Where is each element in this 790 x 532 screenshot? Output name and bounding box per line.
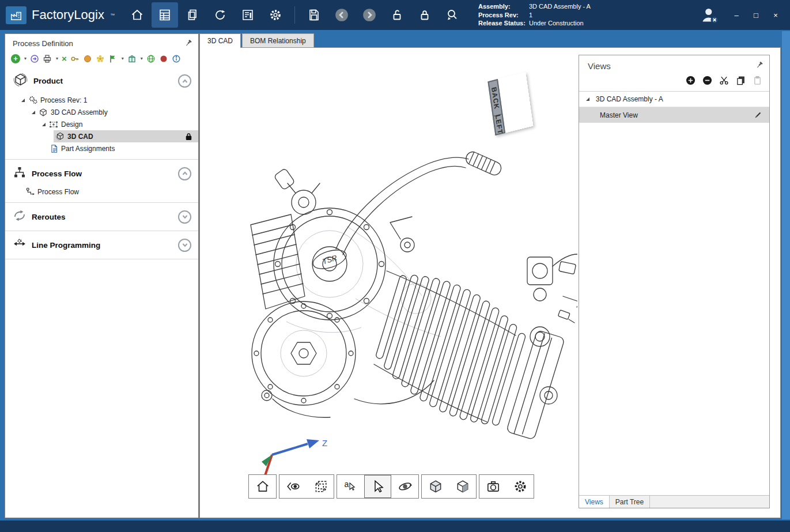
package-icon[interactable] [127,54,137,63]
tree-item-process-rev[interactable]: Process Rev: 1 [5,94,198,106]
expander-icon[interactable] [586,97,589,101]
close-button[interactable]: × [767,7,784,22]
home-view-button[interactable] [249,475,276,498]
add-dropdown-icon[interactable]: ▾ [24,56,27,61]
tree-item-part-assignments[interactable]: Part Assignments [5,142,198,154]
selected-row-highlight: 3D CAD [54,130,198,142]
expand-line-programming-button[interactable] [178,239,191,252]
orbit-button[interactable] [391,475,418,498]
key-icon[interactable] [70,54,80,63]
views-panel: Views 3D [579,55,770,508]
record-icon[interactable] [159,54,168,63]
section-product[interactable]: Product [5,68,198,94]
tab-views[interactable]: Views [579,496,610,508]
remove-process-icon[interactable]: × [62,54,67,63]
select-label-button[interactable]: a [337,475,364,498]
forward-button[interactable] [356,2,383,28]
release-icon[interactable] [83,54,92,63]
expander-icon[interactable] [21,99,25,102]
view-cube-back-label: BACK [490,86,501,110]
expand-reroutes-button[interactable] [178,210,191,224]
section-reroutes[interactable]: Reroutes [5,205,198,229]
settings-button[interactable] [262,2,289,28]
view-cube-left-face[interactable]: LEFT [493,115,505,135]
reports-button[interactable] [235,2,261,28]
cut-icon[interactable] [719,76,729,85]
section-process-flow[interactable]: Process Flow [5,161,198,186]
sync-button[interactable] [207,2,233,28]
org-chart-icon [13,165,27,182]
select-button[interactable] [364,475,391,498]
product-tree: Process Rev: 1 3D CAD Assembly Design 3D… [5,94,198,154]
flow-icon [25,187,35,197]
cad-viewport[interactable]: TSR BACK LEFT Z [199,47,781,518]
design-grid-icon [48,120,59,129]
view-cube-back-face[interactable]: BACK [487,79,502,117]
section-line-programming[interactable]: Line Programming [5,233,198,257]
views-tree-item-master-view[interactable]: Master View [579,107,769,123]
info-icon[interactable] [172,54,181,63]
collapse-product-button[interactable] [178,74,191,88]
factorylogix-logo-icon [6,6,27,24]
tree-item-process-flow[interactable]: Process Flow [5,186,198,198]
lock-icon [185,133,192,141]
face-select-button[interactable] [449,475,476,498]
flag-icon[interactable] [108,54,118,63]
maximize-button[interactable]: □ [747,7,765,22]
pin-icon[interactable] [184,39,192,48]
look-at-button[interactable] [279,475,307,498]
user-logout-button[interactable] [691,2,728,28]
add-icon[interactable]: + [11,54,20,63]
navigate-icon[interactable] [30,54,39,63]
unlock-button[interactable] [384,2,410,28]
expander-icon[interactable] [42,123,46,126]
edit-pencil-icon[interactable] [753,111,762,120]
app-window: FactoryLogix™ [0,0,790,532]
process-definition-panel: Process Definition +▾ ▾ × ▾ ▾ [5,33,199,518]
tab-3d-cad[interactable]: 3D CAD [199,33,241,48]
print-dropdown-icon[interactable]: ▾ [56,56,58,61]
collapse-process-flow-button[interactable] [178,167,191,180]
audit-search-button[interactable] [439,2,466,28]
save-button[interactable] [301,2,327,28]
view-cube[interactable]: BACK LEFT [487,72,533,135]
package-dropdown-icon[interactable]: ▾ [141,56,143,61]
copy-icon[interactable] [736,76,746,85]
tree-item-design[interactable]: Design [5,118,198,130]
expander-icon[interactable] [32,111,35,114]
tab-part-tree[interactable]: Part Tree [610,496,650,508]
minimize-button[interactable]: – [728,7,745,22]
lock-button[interactable] [411,2,438,28]
bounding-box-button[interactable] [307,475,334,498]
release-status-value: Under Construction [529,19,584,28]
home-button[interactable] [124,2,150,28]
viewer-settings-button[interactable] [506,475,534,498]
paste-icon[interactable] [753,76,762,85]
product-cube-icon [13,72,28,90]
process-definition-button[interactable] [152,2,178,28]
viewer-toolbar: a [248,474,534,499]
remove-view-icon[interactable] [702,76,712,85]
views-tree-root[interactable]: 3D CAD Assembly - A [579,92,769,107]
template-icon[interactable] [96,54,105,63]
print-icon[interactable] [43,54,52,63]
pin-icon[interactable] [755,61,763,70]
tree-item-label: Design [61,120,82,129]
tab-bom-relationship[interactable]: BOM Relationship [242,33,314,47]
snapshot-button[interactable] [479,475,506,498]
view-cube-left-label: LEFT [494,114,504,135]
cad-cube-icon [55,131,65,141]
globe-icon[interactable] [146,54,156,63]
templates-button[interactable] [179,2,206,28]
tree-item-3d-cad[interactable]: 3D CAD [5,130,198,142]
shaded-view-button[interactable] [422,475,449,498]
line-programming-icon [13,237,27,253]
flag-dropdown-icon[interactable]: ▾ [122,56,124,61]
add-view-icon[interactable] [686,76,695,85]
tree-item-assembly[interactable]: 3D CAD Assembly [5,106,198,118]
content-area: Process Definition +▾ ▾ × ▾ ▾ [0,30,790,520]
back-button[interactable] [328,2,355,28]
section-label: Reroutes [32,213,66,221]
views-toolbar [579,71,769,91]
app-name: FactoryLogix [32,7,104,22]
